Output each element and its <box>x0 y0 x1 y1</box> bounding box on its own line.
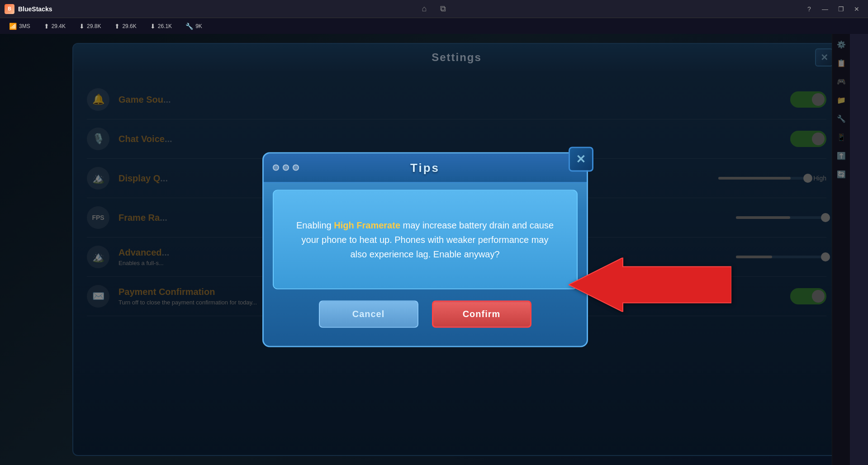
dialog-message: Enabling High Framerate may increase bat… <box>296 218 554 261</box>
titlebar: B BlueStacks ⌂ ⧉ ? — ❐ ✕ <box>0 0 868 18</box>
window-controls: ? — ❐ ✕ <box>802 4 863 14</box>
deco-circle-2 <box>283 165 289 171</box>
stat-3: ⬆ 29.6K <box>114 23 136 30</box>
minimize-button[interactable]: — <box>818 4 832 14</box>
stat1-value: 29.4K <box>52 23 66 29</box>
deco-circle-3 <box>293 165 299 171</box>
dialog-content-area: Enabling High Framerate may increase bat… <box>273 190 578 289</box>
stat-ms: 📶 3MS <box>9 23 30 30</box>
dialog-close-button[interactable]: ✕ <box>569 147 593 171</box>
app-name: BlueStacks <box>18 5 52 13</box>
stat-2: ⬇ 29.8K <box>79 23 101 30</box>
stat3-icon: ⬆ <box>114 23 120 30</box>
home-nav-btn[interactable]: ⌂ <box>420 4 429 14</box>
help-button[interactable]: ? <box>802 4 816 14</box>
dialog-title: Tips <box>410 161 440 175</box>
titlebar-nav: ⌂ ⧉ <box>420 4 449 14</box>
stat5-icon: 🔧 <box>185 23 193 30</box>
stat-1: ⬆ 29.4K <box>44 23 66 30</box>
header-decoration <box>273 165 299 171</box>
stats-bar: 📶 3MS ⬆ 29.4K ⬇ 29.8K ⬆ 29.6K ⬇ 26.1K 🔧 … <box>0 18 868 34</box>
dialog-buttons: Cancel Confirm <box>264 296 587 332</box>
stat2-icon: ⬇ <box>79 23 85 30</box>
confirm-button[interactable]: Confirm <box>432 300 531 327</box>
stat3-value: 29.6K <box>122 23 136 29</box>
deco-circle-1 <box>273 165 279 171</box>
tips-dialog: Tips ✕ Enabling High Framerate may incre… <box>262 152 588 347</box>
logo-icon: B <box>5 4 14 14</box>
ms-value: 3MS <box>19 23 30 29</box>
stat2-value: 29.8K <box>87 23 101 29</box>
restore-button[interactable]: ❐ <box>834 4 848 14</box>
main-area: Settings ✕ 🔔 Game Sou... 🎙️ Chat Voice..… <box>0 34 850 465</box>
svg-marker-0 <box>569 258 731 312</box>
stat-5: 🔧 9K <box>185 23 202 30</box>
stat4-icon: ⬇ <box>150 23 156 30</box>
cancel-button[interactable]: Cancel <box>319 300 418 327</box>
app-logo: B BlueStacks <box>5 4 52 14</box>
stat5-value: 9K <box>195 23 202 29</box>
stat1-icon: ⬆ <box>44 23 49 30</box>
stat-4: ⬇ 26.1K <box>150 23 172 30</box>
close-button[interactable]: ✕ <box>850 4 863 14</box>
tips-header: Tips ✕ <box>264 153 587 183</box>
back-nav-btn[interactable]: ⧉ <box>438 4 448 14</box>
ms-icon: 📶 <box>9 23 17 30</box>
highlight-text: High Framerate <box>334 220 400 230</box>
red-arrow <box>569 258 731 314</box>
stat4-value: 26.1K <box>158 23 172 29</box>
